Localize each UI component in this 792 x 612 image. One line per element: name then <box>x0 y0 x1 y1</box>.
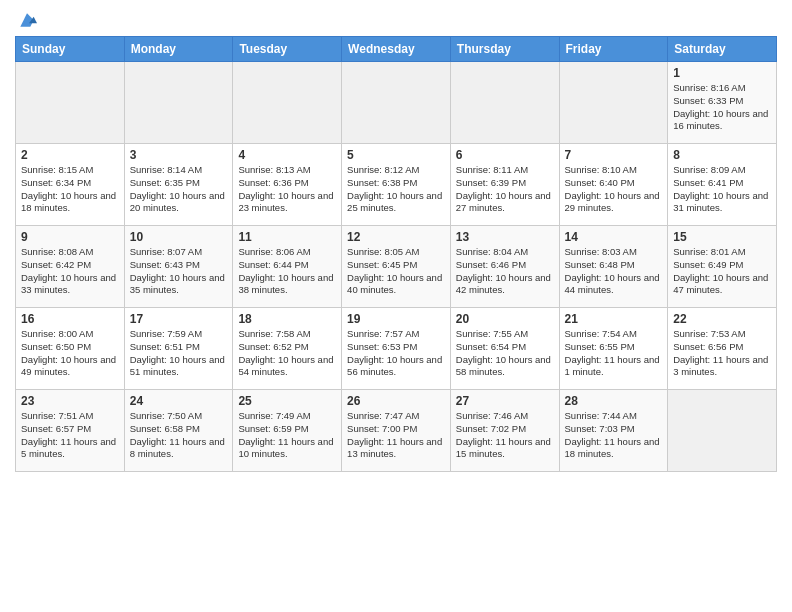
day-cell: 4Sunrise: 8:13 AM Sunset: 6:36 PM Daylig… <box>233 144 342 226</box>
day-info: Sunrise: 8:07 AM Sunset: 6:43 PM Dayligh… <box>130 246 228 297</box>
day-number: 8 <box>673 148 771 162</box>
dow-header-friday: Friday <box>559 37 668 62</box>
day-number: 26 <box>347 394 445 408</box>
day-number: 23 <box>21 394 119 408</box>
day-info: Sunrise: 7:47 AM Sunset: 7:00 PM Dayligh… <box>347 410 445 461</box>
day-info: Sunrise: 7:58 AM Sunset: 6:52 PM Dayligh… <box>238 328 336 379</box>
day-info: Sunrise: 8:09 AM Sunset: 6:41 PM Dayligh… <box>673 164 771 215</box>
day-number: 28 <box>565 394 663 408</box>
day-number: 5 <box>347 148 445 162</box>
day-cell <box>668 390 777 472</box>
page-container: SundayMondayTuesdayWednesdayThursdayFrid… <box>0 0 792 482</box>
day-cell: 14Sunrise: 8:03 AM Sunset: 6:48 PM Dayli… <box>559 226 668 308</box>
day-cell: 3Sunrise: 8:14 AM Sunset: 6:35 PM Daylig… <box>124 144 233 226</box>
day-info: Sunrise: 7:46 AM Sunset: 7:02 PM Dayligh… <box>456 410 554 461</box>
week-row-2: 9Sunrise: 8:08 AM Sunset: 6:42 PM Daylig… <box>16 226 777 308</box>
day-info: Sunrise: 7:59 AM Sunset: 6:51 PM Dayligh… <box>130 328 228 379</box>
day-number: 25 <box>238 394 336 408</box>
day-number: 6 <box>456 148 554 162</box>
day-number: 12 <box>347 230 445 244</box>
day-cell: 15Sunrise: 8:01 AM Sunset: 6:49 PM Dayli… <box>668 226 777 308</box>
day-cell: 28Sunrise: 7:44 AM Sunset: 7:03 PM Dayli… <box>559 390 668 472</box>
day-cell: 19Sunrise: 7:57 AM Sunset: 6:53 PM Dayli… <box>342 308 451 390</box>
day-cell: 6Sunrise: 8:11 AM Sunset: 6:39 PM Daylig… <box>450 144 559 226</box>
day-cell: 2Sunrise: 8:15 AM Sunset: 6:34 PM Daylig… <box>16 144 125 226</box>
day-number: 11 <box>238 230 336 244</box>
header <box>15 10 777 30</box>
day-cell <box>342 62 451 144</box>
day-cell <box>16 62 125 144</box>
day-cell <box>124 62 233 144</box>
day-info: Sunrise: 8:06 AM Sunset: 6:44 PM Dayligh… <box>238 246 336 297</box>
day-cell <box>233 62 342 144</box>
day-number: 17 <box>130 312 228 326</box>
day-number: 13 <box>456 230 554 244</box>
day-info: Sunrise: 7:53 AM Sunset: 6:56 PM Dayligh… <box>673 328 771 379</box>
day-info: Sunrise: 8:10 AM Sunset: 6:40 PM Dayligh… <box>565 164 663 215</box>
day-cell <box>559 62 668 144</box>
day-cell: 26Sunrise: 7:47 AM Sunset: 7:00 PM Dayli… <box>342 390 451 472</box>
day-info: Sunrise: 7:51 AM Sunset: 6:57 PM Dayligh… <box>21 410 119 461</box>
day-number: 15 <box>673 230 771 244</box>
day-info: Sunrise: 8:15 AM Sunset: 6:34 PM Dayligh… <box>21 164 119 215</box>
day-cell: 17Sunrise: 7:59 AM Sunset: 6:51 PM Dayli… <box>124 308 233 390</box>
logo-icon <box>17 10 37 30</box>
day-info: Sunrise: 8:01 AM Sunset: 6:49 PM Dayligh… <box>673 246 771 297</box>
day-info: Sunrise: 7:57 AM Sunset: 6:53 PM Dayligh… <box>347 328 445 379</box>
day-number: 22 <box>673 312 771 326</box>
week-row-3: 16Sunrise: 8:00 AM Sunset: 6:50 PM Dayli… <box>16 308 777 390</box>
day-info: Sunrise: 8:05 AM Sunset: 6:45 PM Dayligh… <box>347 246 445 297</box>
day-cell: 5Sunrise: 8:12 AM Sunset: 6:38 PM Daylig… <box>342 144 451 226</box>
day-cell <box>450 62 559 144</box>
day-cell: 25Sunrise: 7:49 AM Sunset: 6:59 PM Dayli… <box>233 390 342 472</box>
day-number: 20 <box>456 312 554 326</box>
day-cell: 7Sunrise: 8:10 AM Sunset: 6:40 PM Daylig… <box>559 144 668 226</box>
day-info: Sunrise: 7:49 AM Sunset: 6:59 PM Dayligh… <box>238 410 336 461</box>
logo <box>15 10 37 30</box>
day-info: Sunrise: 8:03 AM Sunset: 6:48 PM Dayligh… <box>565 246 663 297</box>
day-info: Sunrise: 8:11 AM Sunset: 6:39 PM Dayligh… <box>456 164 554 215</box>
day-number: 14 <box>565 230 663 244</box>
week-row-0: 1Sunrise: 8:16 AM Sunset: 6:33 PM Daylig… <box>16 62 777 144</box>
day-cell: 23Sunrise: 7:51 AM Sunset: 6:57 PM Dayli… <box>16 390 125 472</box>
day-number: 4 <box>238 148 336 162</box>
week-row-1: 2Sunrise: 8:15 AM Sunset: 6:34 PM Daylig… <box>16 144 777 226</box>
day-info: Sunrise: 7:54 AM Sunset: 6:55 PM Dayligh… <box>565 328 663 379</box>
day-cell: 8Sunrise: 8:09 AM Sunset: 6:41 PM Daylig… <box>668 144 777 226</box>
day-info: Sunrise: 8:13 AM Sunset: 6:36 PM Dayligh… <box>238 164 336 215</box>
day-cell: 21Sunrise: 7:54 AM Sunset: 6:55 PM Dayli… <box>559 308 668 390</box>
day-cell: 24Sunrise: 7:50 AM Sunset: 6:58 PM Dayli… <box>124 390 233 472</box>
day-cell: 9Sunrise: 8:08 AM Sunset: 6:42 PM Daylig… <box>16 226 125 308</box>
day-of-week-row: SundayMondayTuesdayWednesdayThursdayFrid… <box>16 37 777 62</box>
dow-header-tuesday: Tuesday <box>233 37 342 62</box>
day-number: 27 <box>456 394 554 408</box>
day-cell: 20Sunrise: 7:55 AM Sunset: 6:54 PM Dayli… <box>450 308 559 390</box>
day-number: 1 <box>673 66 771 80</box>
day-info: Sunrise: 8:14 AM Sunset: 6:35 PM Dayligh… <box>130 164 228 215</box>
day-cell: 13Sunrise: 8:04 AM Sunset: 6:46 PM Dayli… <box>450 226 559 308</box>
day-number: 21 <box>565 312 663 326</box>
day-number: 3 <box>130 148 228 162</box>
day-info: Sunrise: 8:16 AM Sunset: 6:33 PM Dayligh… <box>673 82 771 133</box>
day-cell: 27Sunrise: 7:46 AM Sunset: 7:02 PM Dayli… <box>450 390 559 472</box>
day-cell: 12Sunrise: 8:05 AM Sunset: 6:45 PM Dayli… <box>342 226 451 308</box>
dow-header-saturday: Saturday <box>668 37 777 62</box>
day-number: 18 <box>238 312 336 326</box>
day-info: Sunrise: 7:44 AM Sunset: 7:03 PM Dayligh… <box>565 410 663 461</box>
day-cell: 22Sunrise: 7:53 AM Sunset: 6:56 PM Dayli… <box>668 308 777 390</box>
day-number: 9 <box>21 230 119 244</box>
day-info: Sunrise: 7:55 AM Sunset: 6:54 PM Dayligh… <box>456 328 554 379</box>
dow-header-sunday: Sunday <box>16 37 125 62</box>
dow-header-thursday: Thursday <box>450 37 559 62</box>
day-number: 16 <box>21 312 119 326</box>
day-cell: 10Sunrise: 8:07 AM Sunset: 6:43 PM Dayli… <box>124 226 233 308</box>
day-info: Sunrise: 8:00 AM Sunset: 6:50 PM Dayligh… <box>21 328 119 379</box>
day-number: 19 <box>347 312 445 326</box>
dow-header-monday: Monday <box>124 37 233 62</box>
day-number: 24 <box>130 394 228 408</box>
day-number: 2 <box>21 148 119 162</box>
dow-header-wednesday: Wednesday <box>342 37 451 62</box>
day-cell: 1Sunrise: 8:16 AM Sunset: 6:33 PM Daylig… <box>668 62 777 144</box>
day-number: 7 <box>565 148 663 162</box>
day-number: 10 <box>130 230 228 244</box>
